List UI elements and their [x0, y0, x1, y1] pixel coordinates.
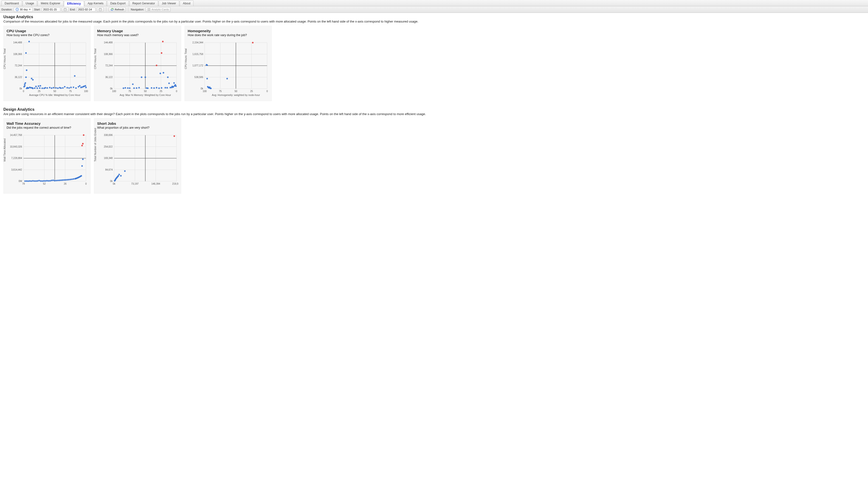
svg-point-64 — [66, 87, 68, 88]
svg-text:14,457,768: 14,457,768 — [10, 134, 22, 136]
svg-text:0: 0 — [85, 182, 87, 185]
card-short-jobs[interactable]: Short Jobs What proportion of jobs are v… — [94, 118, 181, 193]
svg-point-79 — [32, 79, 34, 81]
card-cpu-usage[interactable]: CPU Usage How busy were the CPU cores? C… — [3, 26, 91, 101]
svg-point-117 — [156, 87, 157, 88]
svg-point-208 — [48, 180, 49, 182]
svg-text:Average CPU % Idle: Weighted b: Average CPU % Idle: Weighted by Core Hou… — [29, 94, 81, 96]
svg-point-163 — [206, 78, 208, 79]
card-wall-time[interactable]: Wall Time Accuracy Did the jobs request … — [3, 118, 91, 193]
svg-point-58 — [55, 87, 57, 88]
svg-point-105 — [127, 87, 129, 89]
svg-text:25: 25 — [160, 90, 162, 93]
svg-text:25: 25 — [250, 90, 253, 93]
tab-job-viewer[interactable]: Job Viewer — [159, 0, 179, 6]
svg-point-217 — [62, 179, 63, 181]
y-axis-label: CPU Hours: Total — [3, 49, 6, 69]
svg-point-206 — [44, 180, 46, 182]
card-title: Homogeneity — [188, 29, 269, 33]
calendar-icon — [99, 8, 102, 11]
svg-text:0: 0 — [176, 90, 177, 93]
svg-text:Avg: Homogeneity: weighted by : Avg: Homogeneity: weighted by node-hour — [212, 94, 260, 96]
svg-text:72,244: 72,244 — [105, 64, 113, 67]
svg-point-216 — [60, 179, 62, 181]
tab-metric-explorer[interactable]: Metric Explorer — [37, 0, 63, 6]
tab-dashboard[interactable]: Dashboard — [1, 0, 22, 6]
svg-point-233 — [81, 175, 82, 176]
svg-text:36,122: 36,122 — [105, 75, 113, 78]
svg-point-203 — [40, 180, 41, 182]
svg-point-267 — [118, 174, 120, 175]
refresh-icon — [111, 8, 114, 11]
card-subtitle: How does the work rate vary during the j… — [188, 33, 269, 37]
end-date-picker[interactable] — [97, 7, 104, 12]
svg-point-70 — [78, 86, 79, 88]
svg-text:108,366: 108,366 — [13, 53, 22, 55]
end-date-input[interactable] — [77, 7, 95, 11]
svg-text:0k: 0k — [200, 87, 204, 90]
duration-label: Duration: — [1, 8, 12, 11]
navigation-button[interactable]: Analytic Cards — [146, 7, 170, 12]
svg-point-111 — [141, 76, 142, 78]
svg-point-30 — [24, 85, 25, 87]
svg-point-33 — [25, 76, 27, 78]
svg-text:338,696: 338,696 — [104, 134, 113, 136]
svg-point-194 — [26, 180, 27, 182]
svg-text:169,348: 169,348 — [104, 157, 113, 159]
svg-point-53 — [44, 87, 46, 88]
plot-wall-time: Wall Time Allocated0M3,614,4427,228,8841… — [6, 131, 88, 192]
svg-point-112 — [145, 76, 146, 78]
svg-point-67 — [73, 87, 74, 88]
svg-point-77 — [85, 87, 87, 88]
svg-text:219,591: 219,591 — [172, 182, 179, 185]
section-desc: Comparison of the resources allocated fo… — [3, 20, 865, 24]
duration-dropdown[interactable]: 30 day ▼ — [14, 7, 33, 12]
svg-text:73,197: 73,197 — [131, 182, 139, 185]
svg-point-215 — [59, 180, 60, 181]
card-title: Memory Usage — [97, 29, 178, 33]
toolbar: Duration: 30 day ▼ Start: End: Refresh N… — [0, 6, 868, 13]
section-title: Design Analytics — [3, 108, 865, 112]
tab-app-kernels[interactable]: App Kernels — [85, 0, 106, 6]
svg-point-204 — [41, 180, 43, 182]
refresh-button[interactable]: Refresh — [109, 7, 126, 12]
tab-report-generator[interactable]: Report Generator — [129, 0, 158, 6]
svg-point-209 — [49, 180, 51, 182]
design-analytics-section: Design Analytics Are jobs are using reso… — [0, 105, 868, 116]
tab-usage[interactable]: Usage — [23, 0, 37, 6]
svg-text:10,843,326: 10,843,326 — [10, 145, 22, 148]
svg-point-121 — [163, 72, 164, 73]
svg-text:108,366: 108,366 — [104, 53, 113, 55]
svg-point-197 — [31, 180, 32, 182]
end-label: End: — [70, 8, 75, 11]
svg-point-115 — [151, 87, 152, 89]
start-date-picker[interactable] — [62, 7, 68, 12]
svg-point-235 — [82, 158, 84, 160]
y-axis-label: Total Number of Jobs Ended — [94, 128, 97, 162]
tab-about[interactable]: About — [180, 0, 193, 6]
svg-text:72,244: 72,244 — [14, 64, 22, 67]
card-memory-usage[interactable]: Memory Usage How much memory was used? C… — [94, 26, 181, 101]
tab-efficiency[interactable]: Efficiency — [64, 1, 84, 6]
start-date-input[interactable] — [42, 7, 60, 11]
svg-text:1,077,172: 1,077,172 — [192, 64, 204, 67]
usage-analytics-section: Usage Analytics Comparison of the resour… — [0, 13, 868, 24]
svg-point-63 — [64, 86, 65, 88]
svg-rect-5 — [148, 10, 149, 11]
svg-point-124 — [167, 76, 168, 78]
svg-point-104 — [124, 87, 126, 88]
svg-text:3,614,442: 3,614,442 — [11, 168, 22, 171]
usage-cards-row: CPU Usage How busy were the CPU cores? C… — [0, 26, 868, 105]
svg-point-162 — [206, 64, 208, 66]
start-label: Start: — [34, 8, 40, 11]
card-homogeneity[interactable]: Homogeneity How does the work rate vary … — [185, 26, 272, 101]
svg-point-106 — [129, 87, 130, 89]
svg-rect-4 — [149, 8, 150, 9]
svg-point-130 — [173, 86, 174, 88]
card-subtitle: How busy were the CPU cores? — [6, 33, 87, 37]
svg-point-34 — [26, 69, 27, 71]
tab-data-export[interactable]: Data Export — [107, 0, 129, 6]
svg-point-131 — [173, 82, 175, 84]
svg-point-119 — [160, 73, 161, 74]
svg-point-47 — [37, 88, 38, 89]
